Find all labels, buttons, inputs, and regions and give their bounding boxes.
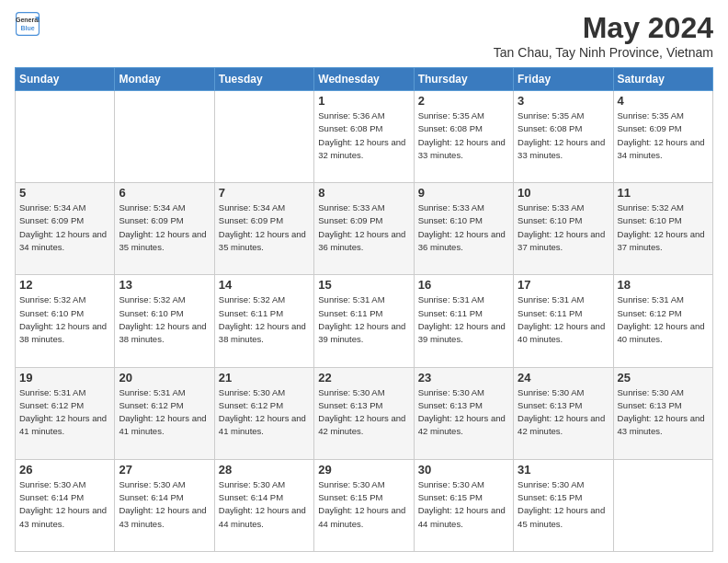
day-number: 24 bbox=[518, 371, 609, 385]
day-number: 30 bbox=[418, 463, 509, 477]
day-info: Sunrise: 5:31 AMSunset: 6:12 PMDaylight:… bbox=[119, 386, 210, 439]
day-info: Sunrise: 5:31 AMSunset: 6:12 PMDaylight:… bbox=[19, 386, 110, 439]
header: General Blue May 2024 Tan Chau, Tay Ninh… bbox=[15, 11, 713, 60]
day-info: Sunrise: 5:30 AMSunset: 6:13 PMDaylight:… bbox=[518, 386, 609, 439]
calendar-cell: 19Sunrise: 5:31 AMSunset: 6:12 PMDayligh… bbox=[16, 367, 115, 459]
calendar-cell: 8Sunrise: 5:33 AMSunset: 6:09 PMDaylight… bbox=[314, 183, 414, 275]
day-number: 29 bbox=[318, 463, 409, 477]
subtitle: Tan Chau, Tay Ninh Province, Vietnam bbox=[494, 45, 713, 60]
day-number: 6 bbox=[119, 186, 210, 200]
calendar-cell: 31Sunrise: 5:30 AMSunset: 6:15 PMDayligh… bbox=[514, 459, 613, 551]
calendar-cell bbox=[613, 459, 712, 551]
day-number: 27 bbox=[119, 463, 210, 477]
calendar-cell: 12Sunrise: 5:32 AMSunset: 6:10 PMDayligh… bbox=[16, 275, 115, 367]
calendar-header-monday: Monday bbox=[115, 68, 214, 91]
calendar-week-5: 26Sunrise: 5:30 AMSunset: 6:14 PMDayligh… bbox=[16, 459, 713, 551]
day-info: Sunrise: 5:30 AMSunset: 6:13 PMDaylight:… bbox=[618, 386, 709, 439]
calendar-cell: 3Sunrise: 5:35 AMSunset: 6:08 PMDaylight… bbox=[514, 91, 613, 183]
calendar-cell: 22Sunrise: 5:30 AMSunset: 6:13 PMDayligh… bbox=[314, 367, 414, 459]
calendar-cell: 17Sunrise: 5:31 AMSunset: 6:11 PMDayligh… bbox=[514, 275, 613, 367]
day-number: 9 bbox=[418, 186, 509, 200]
svg-rect-0 bbox=[17, 13, 40, 36]
calendar-cell bbox=[115, 91, 214, 183]
calendar-cell: 1Sunrise: 5:36 AMSunset: 6:08 PMDaylight… bbox=[314, 91, 414, 183]
day-info: Sunrise: 5:30 AMSunset: 6:13 PMDaylight:… bbox=[418, 386, 509, 439]
calendar-cell: 26Sunrise: 5:30 AMSunset: 6:14 PMDayligh… bbox=[16, 459, 115, 551]
day-number: 15 bbox=[318, 278, 409, 292]
main-title: May 2024 bbox=[494, 11, 713, 45]
day-number: 14 bbox=[219, 278, 310, 292]
calendar-cell: 20Sunrise: 5:31 AMSunset: 6:12 PMDayligh… bbox=[115, 367, 214, 459]
day-info: Sunrise: 5:35 AMSunset: 6:08 PMDaylight:… bbox=[518, 109, 609, 162]
day-number: 12 bbox=[19, 278, 110, 292]
day-number: 5 bbox=[19, 186, 110, 200]
calendar-cell: 23Sunrise: 5:30 AMSunset: 6:13 PMDayligh… bbox=[414, 367, 513, 459]
calendar-cell: 15Sunrise: 5:31 AMSunset: 6:11 PMDayligh… bbox=[314, 275, 414, 367]
day-info: Sunrise: 5:36 AMSunset: 6:08 PMDaylight:… bbox=[318, 109, 409, 162]
calendar-week-2: 5Sunrise: 5:34 AMSunset: 6:09 PMDaylight… bbox=[16, 183, 713, 275]
day-info: Sunrise: 5:34 AMSunset: 6:09 PMDaylight:… bbox=[119, 201, 210, 254]
calendar-cell: 16Sunrise: 5:31 AMSunset: 6:11 PMDayligh… bbox=[414, 275, 513, 367]
calendar-header-friday: Friday bbox=[514, 68, 613, 91]
calendar-cell: 11Sunrise: 5:32 AMSunset: 6:10 PMDayligh… bbox=[613, 183, 712, 275]
calendar-cell: 14Sunrise: 5:32 AMSunset: 6:11 PMDayligh… bbox=[214, 275, 313, 367]
day-info: Sunrise: 5:30 AMSunset: 6:12 PMDaylight:… bbox=[219, 386, 310, 439]
calendar-week-1: 1Sunrise: 5:36 AMSunset: 6:08 PMDaylight… bbox=[16, 91, 713, 183]
day-number: 26 bbox=[19, 463, 110, 477]
calendar-cell: 18Sunrise: 5:31 AMSunset: 6:12 PMDayligh… bbox=[613, 275, 712, 367]
calendar-cell: 2Sunrise: 5:35 AMSunset: 6:08 PMDaylight… bbox=[414, 91, 513, 183]
day-info: Sunrise: 5:34 AMSunset: 6:09 PMDaylight:… bbox=[19, 201, 110, 254]
day-number: 2 bbox=[418, 94, 509, 108]
day-info: Sunrise: 5:31 AMSunset: 6:11 PMDaylight:… bbox=[418, 293, 509, 346]
day-number: 7 bbox=[219, 186, 310, 200]
day-info: Sunrise: 5:30 AMSunset: 6:14 PMDaylight:… bbox=[119, 478, 210, 531]
page: General Blue May 2024 Tan Chau, Tay Ninh… bbox=[0, 0, 728, 563]
calendar-header-row: SundayMondayTuesdayWednesdayThursdayFrid… bbox=[16, 68, 713, 91]
calendar-cell: 13Sunrise: 5:32 AMSunset: 6:10 PMDayligh… bbox=[115, 275, 214, 367]
day-number: 19 bbox=[19, 371, 110, 385]
day-number: 1 bbox=[318, 94, 409, 108]
calendar-cell: 24Sunrise: 5:30 AMSunset: 6:13 PMDayligh… bbox=[514, 367, 613, 459]
calendar-cell: 25Sunrise: 5:30 AMSunset: 6:13 PMDayligh… bbox=[613, 367, 712, 459]
day-info: Sunrise: 5:33 AMSunset: 6:10 PMDaylight:… bbox=[518, 201, 609, 254]
calendar-header-saturday: Saturday bbox=[613, 68, 712, 91]
calendar-cell: 29Sunrise: 5:30 AMSunset: 6:15 PMDayligh… bbox=[314, 459, 414, 551]
day-number: 8 bbox=[318, 186, 409, 200]
calendar-cell bbox=[16, 91, 115, 183]
calendar-cell: 4Sunrise: 5:35 AMSunset: 6:09 PMDaylight… bbox=[613, 91, 712, 183]
day-info: Sunrise: 5:32 AMSunset: 6:10 PMDaylight:… bbox=[19, 293, 110, 346]
day-number: 10 bbox=[518, 186, 609, 200]
day-info: Sunrise: 5:30 AMSunset: 6:15 PMDaylight:… bbox=[318, 478, 409, 531]
day-number: 16 bbox=[418, 278, 509, 292]
day-info: Sunrise: 5:35 AMSunset: 6:09 PMDaylight:… bbox=[618, 109, 709, 162]
day-info: Sunrise: 5:30 AMSunset: 6:13 PMDaylight:… bbox=[318, 386, 409, 439]
calendar-cell: 21Sunrise: 5:30 AMSunset: 6:12 PMDayligh… bbox=[214, 367, 313, 459]
day-info: Sunrise: 5:32 AMSunset: 6:11 PMDaylight:… bbox=[219, 293, 310, 346]
calendar-table: SundayMondayTuesdayWednesdayThursdayFrid… bbox=[15, 67, 713, 552]
day-info: Sunrise: 5:35 AMSunset: 6:08 PMDaylight:… bbox=[418, 109, 509, 162]
calendar-cell: 5Sunrise: 5:34 AMSunset: 6:09 PMDaylight… bbox=[16, 183, 115, 275]
day-number: 4 bbox=[618, 94, 709, 108]
calendar-header-sunday: Sunday bbox=[16, 68, 115, 91]
day-number: 23 bbox=[418, 371, 509, 385]
day-info: Sunrise: 5:30 AMSunset: 6:15 PMDaylight:… bbox=[418, 478, 509, 531]
calendar-cell: 6Sunrise: 5:34 AMSunset: 6:09 PMDaylight… bbox=[115, 183, 214, 275]
calendar-cell: 27Sunrise: 5:30 AMSunset: 6:14 PMDayligh… bbox=[115, 459, 214, 551]
day-number: 28 bbox=[219, 463, 310, 477]
day-number: 18 bbox=[618, 278, 709, 292]
title-block: May 2024 Tan Chau, Tay Ninh Province, Vi… bbox=[494, 11, 713, 60]
calendar-cell: 7Sunrise: 5:34 AMSunset: 6:09 PMDaylight… bbox=[214, 183, 313, 275]
day-number: 17 bbox=[518, 278, 609, 292]
day-number: 31 bbox=[518, 463, 609, 477]
calendar-header-tuesday: Tuesday bbox=[214, 68, 313, 91]
day-info: Sunrise: 5:30 AMSunset: 6:15 PMDaylight:… bbox=[518, 478, 609, 531]
calendar-cell: 28Sunrise: 5:30 AMSunset: 6:14 PMDayligh… bbox=[214, 459, 313, 551]
day-number: 22 bbox=[318, 371, 409, 385]
calendar-week-3: 12Sunrise: 5:32 AMSunset: 6:10 PMDayligh… bbox=[16, 275, 713, 367]
day-number: 20 bbox=[119, 371, 210, 385]
logo: General Blue bbox=[15, 11, 40, 37]
day-info: Sunrise: 5:33 AMSunset: 6:10 PMDaylight:… bbox=[418, 201, 509, 254]
day-info: Sunrise: 5:34 AMSunset: 6:09 PMDaylight:… bbox=[219, 201, 310, 254]
day-info: Sunrise: 5:32 AMSunset: 6:10 PMDaylight:… bbox=[119, 293, 210, 346]
day-number: 3 bbox=[518, 94, 609, 108]
